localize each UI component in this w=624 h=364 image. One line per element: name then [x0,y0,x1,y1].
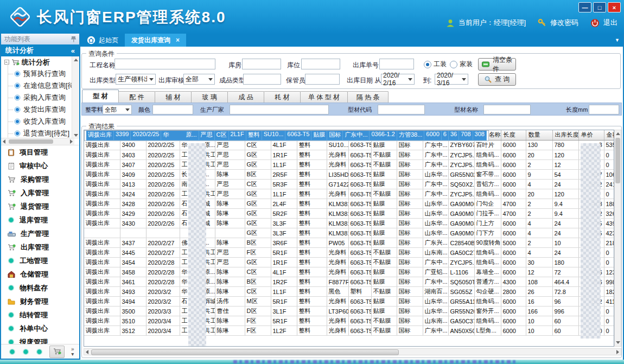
table-row[interactable]: 调拨出库34372020/2/27佛...陈琳B区3R6F整料PW056063-… [84,238,614,248]
sidebar-item-采购管理[interactable]: 采购管理 [1,173,79,186]
radio-homewear[interactable]: 家装 [450,60,473,69]
length-input[interactable] [589,105,619,114]
column-header-单价[interactable]: 单价 [578,130,604,140]
color-input[interactable] [152,105,193,114]
table-row[interactable]: 调拨出库34612020/2/28华原...陈琳B区1R2F整料F8877FT6… [84,277,614,287]
table-row[interactable]: 调拨出库34452020/2/27工共工程严思F区5R1F整料光身料6063-T… [84,248,614,258]
footer-more-button[interactable]: »▾ [71,347,74,356]
clear-conditions-button[interactable]: 清空条件 [478,58,516,71]
column-header-金额[interactable]: 金额 [604,130,614,140]
out-type-select[interactable]: 生产领料出库 [116,74,156,85]
table-row[interactable]: 调拨出库34942020/3/2石辉城汤伟M区5R1F整料光身料6063-T5贴… [84,297,614,306]
sidebar-item-工地管理[interactable]: 工地管理 [1,254,79,267]
tab-material-3[interactable]: 辅 材 [155,91,192,103]
tab-material-2[interactable]: 配 件 [118,91,155,103]
collapse-icon[interactable]: « [71,47,75,55]
dot-icon[interactable] [22,348,29,355]
logout-link[interactable]: 退出 [603,18,617,28]
table-row[interactable]: 调拨出库34072020/2/25工共工程严思G区1L1F整料光身料6063-T… [84,160,614,170]
pin-icon[interactable] [71,36,76,42]
sidebar-item-仓储管理[interactable]: 仓储管理 [1,267,79,281]
sidebar-item-财务管理[interactable]: 财务管理 [1,295,79,308]
maximize-button[interactable]: □ [593,2,606,12]
radio-workwear[interactable]: 工装 [424,60,447,69]
scroll-up-icon[interactable] [74,59,78,61]
date-to-picker[interactable]: 2020/ 3/16 [435,74,468,85]
table-row[interactable]: 调拨出库35102020/3/4工共工程陈琳F区5R1F整料光身料6063-T5… [84,316,614,326]
date-from-picker[interactable]: 2020/ 2/16 [381,74,415,85]
sidebar-item-结转管理[interactable]: 结转管理 [1,308,79,322]
minimize-button[interactable]: — [578,2,591,12]
product-type-input[interactable] [243,74,281,85]
profile-name-input[interactable] [483,105,531,114]
tab-home[interactable]: 起始页 [80,34,125,47]
scroll-up-icon[interactable] [616,132,620,135]
dot-icon[interactable] [9,348,16,355]
search-button[interactable]: 查 询 [478,73,516,86]
table-horizontal-scrollbar[interactable] [84,348,621,355]
tab-material-7[interactable]: 单 体 型 材 [300,91,348,103]
audit-select[interactable]: 全部 [183,74,215,85]
manufacturer-input[interactable] [230,105,329,114]
scroll-right-icon[interactable] [616,350,619,354]
column-header-出库长度[interactable]: 出库长度 [552,130,578,140]
section-bar-statistics[interactable]: 统计分析 « [1,44,79,56]
table-row[interactable]: 调拨出库34582020/2/28华原...陈琳C区4L1F整料光身料6063-… [84,267,614,277]
scrollbar-thumb[interactable] [615,138,620,183]
tab-overflow-icon[interactable]: ▼ [615,37,620,43]
tab-material-1[interactable]: 型 材 [82,90,119,103]
scroll-left-icon[interactable] [86,350,88,354]
table-row[interactable]: 调拨出库34242020/2/26工共工程严思G区1L1F整料光身料6063-T… [84,189,614,199]
sidebar-item-出库管理[interactable]: 出库管理 [1,240,79,254]
tab-shipment-query[interactable]: 发货出库查询 × [125,34,186,47]
scroll-left-icon[interactable] [3,139,5,144]
scroll-down-icon[interactable] [616,341,620,344]
table-row[interactable]: 调拨出库34092020/2/25长...陈琳B区2R5F整料LI35HD606… [84,170,614,180]
scrollbar-thumb[interactable] [9,139,53,144]
tab-close-icon[interactable]: × [176,36,180,44]
table-row[interactable]: 调拨出库34932020/3/2华原...陈琳C区1L1F整料黑色塑料不贴膜国标… [84,287,614,297]
dot-icon[interactable] [36,348,43,355]
scroll-right-icon[interactable] [70,139,73,144]
sidebar-item-退货管理[interactable]: 退货管理 [1,200,79,213]
sidebar-item-补单中心[interactable]: 补单中心 [1,322,79,335]
sidebar-item-项目管理[interactable]: 项目管理 [1,145,79,159]
sidebar-item-审核中心[interactable]: 审核中心 [1,159,79,173]
table-row[interactable]: 调拨出库35122020/3/4工共工程陈琳F区1L2F整料光身料6063-T5… [84,326,614,336]
project-name-input[interactable] [114,59,215,69]
scrollbar-thumb[interactable] [91,349,399,355]
tab-material-4[interactable]: 玻 璃 [191,91,228,103]
sidebar-item-入库管理[interactable]: 入库管理 [1,186,79,200]
tab-material-6[interactable]: 耗 材 [264,91,301,103]
change-password-link[interactable]: 修改密码 [550,18,578,28]
keeper-input[interactable] [305,74,340,85]
table-row[interactable]: 调拨出库35002020/3/3工共工程曹佳D区3L1F整料LT3P606063… [84,306,614,316]
order-no-input[interactable] [379,59,414,69]
table-row[interactable]: 调拨出库34542020/2/28工共工程严思G区1R1F整料光身料6063-T… [84,258,614,267]
table-row[interactable]: 调拨出库34282020/2/26石城陈琳G区2L4F整料KLM38176063… [84,199,614,209]
table-row[interactable]: G区3L3F整料KLM38176063-T5贴膜国标山东华...GA90M09.… [84,228,614,238]
sidebar-item-物料盘存[interactable]: 物料盘存 [1,281,79,295]
warehouse-input[interactable] [242,59,281,69]
scroll-down-icon[interactable] [74,134,78,137]
tab-material-8[interactable]: 隔 热 条 [347,91,389,103]
sidebar-item-生产管理[interactable]: 生产管理 [1,227,79,240]
column-header-长度[interactable]: 长度 [501,130,526,140]
table-row[interactable]: 调拨出库34032020/2/25工共工程严思G区1R1F整料光身料6063-T… [84,150,614,160]
table-row[interactable]: 调拨出库34002020/2/25华原...严思C区4L1F整料SU10...6… [84,141,614,150]
sidebar-item-退库管理[interactable]: 退库管理 [1,213,79,227]
location-input[interactable] [301,59,340,69]
whole-part-select[interactable]: 全部 [103,105,132,114]
column-header-数量[interactable]: 数量 [526,130,552,140]
table-row[interactable]: 调拨出库34292020/2/26石城陈琳G区5R2F整料KLM38176063… [84,209,614,219]
close-button[interactable]: × [608,2,621,12]
profile-code-input[interactable] [378,105,425,114]
table-row[interactable]: 调拨出库34302020/2/26石城陈琳G区3L3F整料KLM38176063… [84,219,614,228]
tree-vertical-scrollbar[interactable] [72,56,79,139]
table-row[interactable]: 调拨出库33992020/2/25华原...严思C区2L1F整料SU10...6… [84,130,489,141]
table-vertical-scrollbar[interactable] [614,130,621,347]
table-row[interactable]: 调拨出库34132020/2/26南...严思C区5R3F整料G71422606… [84,180,614,189]
tree-horizontal-scrollbar[interactable] [1,138,74,145]
cart-button[interactable] [49,346,65,358]
tab-material-5[interactable]: 成 品 [227,91,264,103]
